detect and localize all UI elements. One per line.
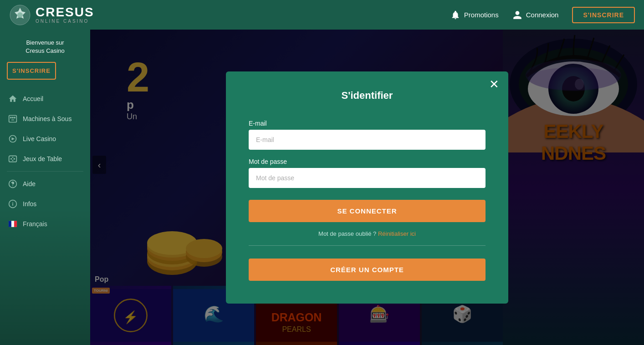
sidebar: Bienvenue sur Cresus Casino S'INSCRIRE A…	[0, 30, 90, 345]
sidebar-item-francais[interactable]: Français	[0, 214, 90, 234]
logo-cresus-text: cresus	[36, 6, 94, 19]
password-form-group: Mot de passe	[249, 158, 486, 188]
password-input[interactable]	[249, 168, 486, 188]
login-modal: ✕ S'identifier E-mail Mot de passe SE CO…	[226, 71, 508, 304]
sidebar-label-jeux: Jeux de Table	[23, 155, 62, 162]
email-input[interactable]	[249, 130, 486, 150]
info-icon	[8, 199, 17, 208]
sidebar-item-aide[interactable]: Aide	[0, 174, 90, 194]
flag-icon	[8, 219, 17, 228]
svg-point-11	[12, 160, 14, 161]
logo-sub-text: ONLINE CASINO	[36, 19, 94, 24]
home-icon	[8, 94, 17, 103]
modal-overlay: ✕ S'identifier E-mail Mot de passe SE CO…	[90, 30, 644, 345]
live-casino-icon	[8, 134, 17, 143]
promotions-label: Promotions	[464, 11, 499, 19]
sidebar-label-francais: Français	[23, 220, 47, 228]
svg-point-1	[17, 12, 23, 18]
svg-rect-18	[9, 221, 11, 227]
welcome-line1: Bienvenue sur	[26, 39, 64, 46]
connexion-nav[interactable]: Connexion	[512, 10, 559, 20]
sidebar-welcome: Bienvenue sur Cresus Casino	[0, 36, 90, 62]
svg-rect-19	[11, 221, 14, 227]
password-label: Mot de passe	[249, 158, 486, 165]
modal-close-button[interactable]: ✕	[489, 78, 499, 90]
sidebar-divider	[7, 171, 83, 172]
content-area: ‹ 2 p Un	[90, 30, 644, 345]
header: cresus ONLINE CASINO Promotions Connexio…	[0, 0, 644, 30]
sidebar-label-machines: Machines à Sous	[23, 115, 72, 122]
svg-rect-7	[9, 156, 17, 162]
svg-point-13	[12, 186, 13, 187]
reset-link[interactable]: Réinitialiser ici	[378, 230, 416, 237]
help-icon	[8, 179, 17, 188]
svg-rect-20	[14, 221, 17, 227]
bell-icon	[450, 10, 460, 20]
modal-title: S'identifier	[249, 90, 486, 101]
main-layout: Bienvenue sur Cresus Casino S'INSCRIRE A…	[0, 30, 644, 345]
email-form-group: E-mail	[249, 120, 486, 150]
email-label: E-mail	[249, 120, 486, 127]
svg-rect-2	[9, 116, 17, 122]
user-icon	[512, 10, 522, 20]
logo-area: cresus ONLINE CASINO	[9, 4, 94, 26]
slot-icon	[8, 114, 17, 123]
promotions-nav[interactable]: Promotions	[450, 10, 499, 20]
sidebar-item-machines-sous[interactable]: Machines à Sous	[0, 109, 90, 129]
svg-rect-5	[14, 117, 15, 118]
sidebar-label-accueil: Accueil	[23, 95, 43, 102]
header-register-button[interactable]: S'INSCRIRE	[572, 7, 635, 23]
svg-point-9	[14, 158, 15, 160]
sidebar-item-jeux-table[interactable]: Jeux de Table	[0, 149, 90, 169]
sidebar-item-live-casino[interactable]: Live Casino	[0, 129, 90, 149]
modal-divider	[249, 245, 486, 246]
connect-button[interactable]: SE CONNECTER	[249, 200, 486, 222]
table-games-icon	[8, 154, 17, 163]
welcome-line2: Cresus Casino	[26, 47, 64, 54]
logo-text: cresus ONLINE CASINO	[36, 6, 94, 24]
svg-rect-4	[12, 117, 13, 118]
svg-point-8	[10, 158, 12, 160]
sidebar-label-aide: Aide	[23, 180, 36, 188]
header-right: Promotions Connexion S'INSCRIRE	[450, 7, 635, 23]
sidebar-item-infos[interactable]: Infos	[0, 194, 90, 214]
svg-rect-3	[10, 117, 11, 118]
sidebar-label-infos: Infos	[23, 200, 36, 208]
sidebar-label-live: Live Casino	[23, 135, 56, 142]
connexion-label: Connexion	[526, 11, 559, 19]
sidebar-sinscrire-button[interactable]: S'INSCRIRE	[7, 62, 56, 80]
forgot-password-text: Mot de passe oublié ? Réinitialiser ici	[249, 230, 486, 237]
logo-icon	[9, 4, 31, 26]
create-account-button[interactable]: CRÉER UN COMPTE	[249, 259, 486, 281]
svg-point-10	[12, 157, 14, 158]
sidebar-item-accueil[interactable]: Accueil	[0, 89, 90, 109]
